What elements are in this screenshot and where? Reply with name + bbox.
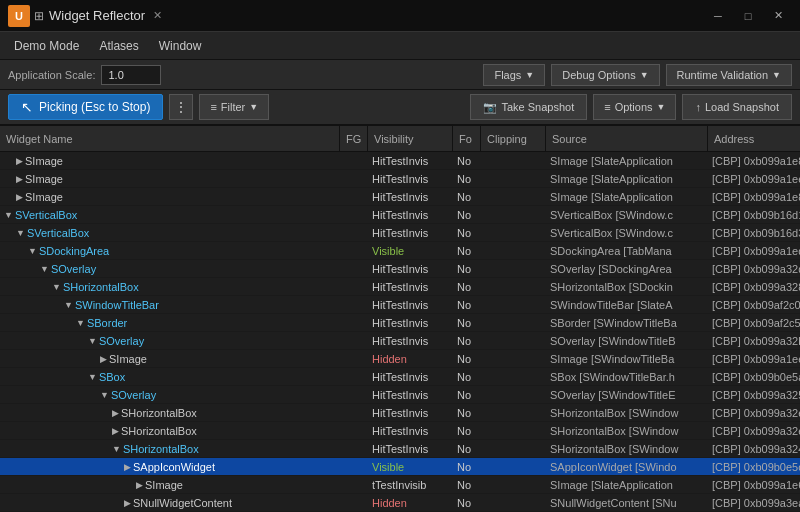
cell-visibility: HitTestInvis xyxy=(368,368,453,385)
expand-icon[interactable]: ▼ xyxy=(88,372,97,382)
expand-icon[interactable]: ▼ xyxy=(76,318,85,328)
expand-icon[interactable]: ▼ xyxy=(64,300,73,310)
cell-clipping xyxy=(481,422,546,439)
close-btn[interactable]: ✕ xyxy=(764,5,792,27)
debug-options-btn[interactable]: Debug Options ▼ xyxy=(551,64,659,86)
table-row[interactable]: ▶SHorizontalBoxHitTestInvisNoSHorizontal… xyxy=(0,422,800,440)
menu-window[interactable]: Window xyxy=(149,35,212,57)
cell-widget-name: ▼SHorizontalBox xyxy=(0,278,340,295)
expand-icon[interactable]: ▼ xyxy=(100,390,109,400)
cell-clipping xyxy=(481,458,546,475)
table-row[interactable]: ▶SImageHitTestInvisNoSImage [SlateApplic… xyxy=(0,170,800,188)
cell-source: SOverlay [SWindowTitleE xyxy=(546,386,708,403)
menu-demo-mode[interactable]: Demo Mode xyxy=(4,35,89,57)
cell-fg xyxy=(340,260,368,277)
tab-close-btn[interactable]: ✕ xyxy=(153,9,162,22)
options-btn[interactable]: ≡ Options ▼ xyxy=(593,94,676,120)
flags-btn[interactable]: Flags ▼ xyxy=(483,64,545,86)
cell-fg xyxy=(340,224,368,241)
picking-btn[interactable]: ↖ Picking (Esc to Stop) xyxy=(8,94,163,120)
cell-clipping xyxy=(481,278,546,295)
cell-address: [CBP] 0xb09b0e5ab5 xyxy=(708,368,800,385)
take-snapshot-btn[interactable]: 📷 Take Snapshot xyxy=(470,94,587,120)
table-row[interactable]: ▼SVerticalBoxHitTestInvisNoSVerticalBox … xyxy=(0,206,800,224)
table-row[interactable]: ▶SHorizontalBoxHitTestInvisNoSHorizontal… xyxy=(0,404,800,422)
expand-icon[interactable]: ▶ xyxy=(100,354,107,364)
col-fg: FG xyxy=(340,126,368,151)
table-row[interactable]: ▼SOverlayHitTestInvisNoSOverlay [SDockin… xyxy=(0,260,800,278)
cell-source: SDockingArea [TabMana xyxy=(546,242,708,259)
minimize-btn[interactable]: ─ xyxy=(704,5,732,27)
table-row[interactable]: ▼SBoxHitTestInvisNoSBox [SWindowTitleBar… xyxy=(0,368,800,386)
picking-label: Picking (Esc to Stop) xyxy=(39,100,150,114)
filter-btn[interactable]: ≡ Filter ▼ xyxy=(199,94,269,120)
cell-fc: No xyxy=(453,260,481,277)
table-row[interactable]: ▼SOverlayHitTestInvisNoSOverlay [SWindow… xyxy=(0,386,800,404)
expand-icon[interactable]: ▼ xyxy=(88,336,97,346)
expand-icon[interactable]: ▶ xyxy=(112,408,119,418)
table-row[interactable]: ▼SHorizontalBoxHitTestInvisNoSHorizontal… xyxy=(0,440,800,458)
cell-widget-name: ▼SWindowTitleBar xyxy=(0,296,340,313)
cell-source: SImage [SlateApplication xyxy=(546,152,708,169)
cell-source: SNullWidgetContent [SNu xyxy=(546,494,708,511)
col-address: Address xyxy=(708,126,800,151)
cell-address: [CBP] 0xb099a328a1 xyxy=(708,278,800,295)
table-row[interactable]: ▼SDockingAreaVisibleNoSDockingArea [TabM… xyxy=(0,242,800,260)
expand-icon[interactable]: ▼ xyxy=(40,264,49,274)
menu-atlases[interactable]: Atlases xyxy=(89,35,148,57)
cell-visibility: Hidden xyxy=(368,494,453,511)
cell-clipping xyxy=(481,152,546,169)
col-clipping: Clipping xyxy=(481,126,546,151)
table-row[interactable]: ▶SImageHiddenNoSImage [SWindowTitleBa[CB… xyxy=(0,350,800,368)
app-scale-input[interactable] xyxy=(101,65,161,85)
table-row[interactable]: ▶SAppIconWidgetVisibleNoSAppIconWidget [… xyxy=(0,458,800,476)
expand-icon[interactable]: ▶ xyxy=(16,174,23,184)
expand-icon[interactable]: ▶ xyxy=(112,426,119,436)
expand-icon[interactable]: ▼ xyxy=(4,210,13,220)
table-row[interactable]: ▼SWindowTitleBarHitTestInvisNoSWindowTit… xyxy=(0,296,800,314)
cell-widget-name: ▶SImage xyxy=(0,170,340,187)
cell-fg xyxy=(340,422,368,439)
table-row[interactable]: ▼SVerticalBoxHitTestInvisNoSVerticalBox … xyxy=(0,224,800,242)
expand-icon[interactable]: ▼ xyxy=(28,246,37,256)
table-row[interactable]: ▶SImageHitTestInvisNoSImage [SlateApplic… xyxy=(0,152,800,170)
more-options-btn[interactable]: ⋮ xyxy=(169,94,193,120)
cell-clipping xyxy=(481,494,546,511)
expand-icon[interactable]: ▼ xyxy=(52,282,61,292)
table-row[interactable]: ▶SImagetTestInvisibNoSImage [SlateApplic… xyxy=(0,476,800,494)
cell-widget-name: ▼SOverlay xyxy=(0,332,340,349)
cell-visibility: tTestInvisib xyxy=(368,476,453,493)
cell-source: SImage [SlateApplication xyxy=(546,476,708,493)
cell-source: SHorizontalBox [SWindow xyxy=(546,440,708,457)
cell-source: SVerticalBox [SWindow.c xyxy=(546,224,708,241)
expand-icon[interactable]: ▶ xyxy=(16,156,23,166)
filter-label: Filter xyxy=(221,101,245,113)
cell-fg xyxy=(340,152,368,169)
maximize-btn[interactable]: □ xyxy=(734,5,762,27)
debug-options-dropdown-icon: ▼ xyxy=(640,70,649,80)
table-row[interactable]: ▼SOverlayHitTestInvisNoSOverlay [SWindow… xyxy=(0,332,800,350)
window-title: Widget Reflector xyxy=(49,8,145,23)
table-row[interactable]: ▶SImageHitTestInvisNoSImage [SlateApplic… xyxy=(0,188,800,206)
cell-visibility: HitTestInvis xyxy=(368,386,453,403)
table-row[interactable]: ▼SBorderHitTestInvisNoSBorder [SWindowTi… xyxy=(0,314,800,332)
cell-clipping xyxy=(481,368,546,385)
expand-icon[interactable]: ▼ xyxy=(112,444,121,454)
expand-icon[interactable]: ▶ xyxy=(124,498,131,508)
camera-icon: 📷 xyxy=(483,101,497,114)
table-row[interactable]: ▶SNullWidgetContentHiddenNoSNullWidgetCo… xyxy=(0,494,800,512)
load-snapshot-btn[interactable]: ↑ Load Snapshot xyxy=(682,94,792,120)
table-row[interactable]: ▼SHorizontalBoxHitTestInvisNoSHorizontal… xyxy=(0,278,800,296)
expand-icon[interactable]: ▼ xyxy=(16,228,25,238)
runtime-validation-btn[interactable]: Runtime Validation ▼ xyxy=(666,64,792,86)
filter-dropdown-icon: ▼ xyxy=(249,102,258,112)
expand-icon[interactable]: ▶ xyxy=(16,192,23,202)
expand-icon[interactable]: ▶ xyxy=(124,462,131,472)
cell-address: [CBP] 0xb099a32451 xyxy=(708,440,800,457)
cell-fc: No xyxy=(453,332,481,349)
expand-icon[interactable]: ▶ xyxy=(136,480,143,490)
window-controls: ─ □ ✕ xyxy=(704,5,792,27)
cell-fg xyxy=(340,170,368,187)
cell-clipping xyxy=(481,332,546,349)
cell-fc: No xyxy=(453,458,481,475)
